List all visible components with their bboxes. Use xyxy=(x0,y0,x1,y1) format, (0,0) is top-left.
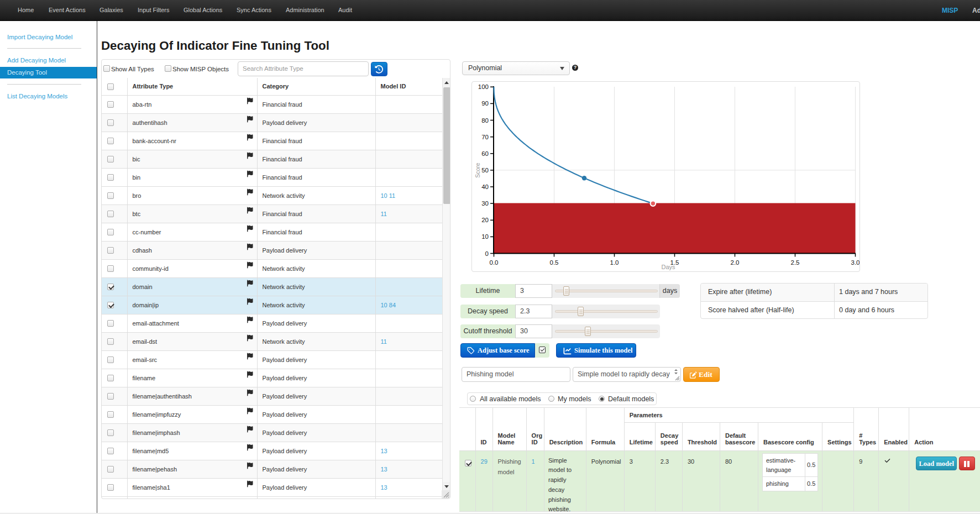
svg-text:Score: Score xyxy=(474,162,481,178)
svg-text:0.0: 0.0 xyxy=(490,259,499,266)
svg-text:90: 90 xyxy=(481,100,489,107)
svg-text:Days: Days xyxy=(661,264,675,270)
svg-text:60: 60 xyxy=(481,150,489,157)
svg-text:50: 50 xyxy=(481,167,489,174)
svg-text:2.0: 2.0 xyxy=(731,259,740,266)
svg-text:80: 80 xyxy=(481,117,489,124)
svg-text:70: 70 xyxy=(481,134,489,140)
svg-text:2.5: 2.5 xyxy=(791,259,800,266)
svg-text:0: 0 xyxy=(485,250,489,257)
svg-text:1.0: 1.0 xyxy=(610,259,619,266)
svg-text:20: 20 xyxy=(481,217,489,223)
svg-text:0.5: 0.5 xyxy=(550,259,559,266)
svg-text:100: 100 xyxy=(478,83,489,90)
svg-text:40: 40 xyxy=(481,183,489,190)
svg-text:3.0: 3.0 xyxy=(851,259,860,266)
svg-text:10: 10 xyxy=(481,233,489,240)
svg-text:30: 30 xyxy=(481,200,489,207)
